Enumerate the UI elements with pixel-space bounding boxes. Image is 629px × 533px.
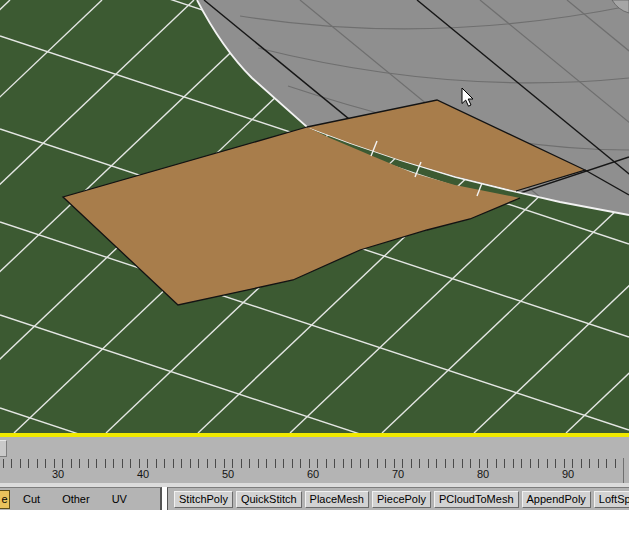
mode-item-other[interactable]: Other [62,493,90,505]
ruler-tick [581,459,582,468]
ruler-tick [130,459,131,468]
ruler-label: 50 [208,468,248,480]
ruler-tick [445,459,446,468]
ruler-tick [113,459,114,468]
bottom-toolbar: e CutOtherUV StitchPolyQuickStitchPlaceM… [0,487,629,510]
ruler-tick [105,459,106,468]
ruler-label: 90 [548,468,588,480]
ruler-tick [249,459,250,468]
ruler-tick [402,459,403,468]
ruler-tick [96,459,97,468]
mode-item-cut[interactable]: Cut [23,493,40,505]
ruler-tick [300,459,301,468]
ruler-tick [156,459,157,468]
ruler-tick [190,459,191,468]
tool-button-appendpoly[interactable]: AppendPoly [522,491,591,508]
ruler-tick [436,459,437,468]
ruler-tick [377,459,378,468]
ruler-tick [275,459,276,468]
ruler-label: 70 [378,468,418,480]
ruler-tick [20,459,21,468]
ruler-tick [45,459,46,468]
viewport-scene [0,0,629,433]
ruler-tick [368,459,369,468]
ruler-tick [181,459,182,468]
ruler-tick [487,459,488,468]
ruler-tick [224,459,225,468]
ruler-tick [394,459,395,468]
ruler-tick [606,459,607,468]
ruler-label: 60 [293,468,333,480]
ruler-tick [122,459,123,468]
mode-items: CutOtherUV [10,493,127,505]
ruler-tick [164,459,165,468]
mode-toolbar: e CutOtherUV [0,487,162,510]
ruler-tick [283,459,284,468]
ruler-tick [54,459,55,468]
partial-mode-button[interactable]: e [0,490,10,509]
ruler-tick [564,459,565,468]
tool-button-panel: StitchPolyQuickStitchPlaceMeshPiecePolyP… [167,487,629,510]
ruler-tick [215,459,216,468]
ruler-tick [555,459,556,468]
ruler-tick [88,459,89,468]
ruler-tick [360,459,361,468]
ruler-tick [479,459,480,468]
ruler-tick [11,459,12,468]
ruler-label: 30 [38,468,78,480]
3d-viewport[interactable] [0,0,629,433]
tool-button-loftsplines[interactable]: LoftSplines [594,491,629,508]
ruler-tick [241,459,242,468]
tool-button-placemesh[interactable]: PlaceMesh [305,491,369,508]
ruler-tick [147,459,148,468]
ruler-tick [598,459,599,468]
ruler-tick [62,459,63,468]
ruler-tick [343,459,344,468]
ruler-tick [411,459,412,468]
ruler-tick [530,459,531,468]
ruler-tick [71,459,72,468]
tool-button-stitchpoly[interactable]: StitchPoly [174,491,233,508]
ruler-tick [453,459,454,468]
ruler-tick [79,459,80,468]
ruler-tick [266,459,267,468]
ruler-tick [428,459,429,468]
ruler-timeline[interactable]: 30405060708090 [0,458,629,487]
ruler-tick [37,459,38,468]
ruler-tick [309,459,310,468]
ruler-label: 40 [123,468,163,480]
ruler-tick [326,459,327,468]
ruler-tick [538,459,539,468]
ruler-tick [139,459,140,468]
scroll-strip [0,437,629,458]
ruler-tick [504,459,505,468]
tool-button-pcloudtomesh[interactable]: PCloudToMesh [434,491,519,508]
tool-button-piecepoly[interactable]: PiecePoly [372,491,431,508]
ruler-tick [28,459,29,468]
ruler-tick [258,459,259,468]
ruler-tick [232,459,233,468]
tool-button-quickstitch[interactable]: QuickStitch [236,491,302,508]
ruler-tick [317,459,318,468]
ruler-tick [547,459,548,468]
ruler-tick [419,459,420,468]
ruler-tick [470,459,471,468]
ruler-tick [521,459,522,468]
mode-item-uv[interactable]: UV [112,493,127,505]
ruler-tick [572,459,573,468]
ruler-tick [334,459,335,468]
ruler-label: 80 [463,468,503,480]
ruler-tick [3,459,4,468]
ruler-tick [589,459,590,468]
ruler-tick [198,459,199,468]
ruler-tick [351,459,352,468]
application-window: 30405060708090 e CutOtherUV StitchPolyQu… [0,0,629,533]
ruler-tick [173,459,174,468]
ruler-end-divider [623,458,624,484]
ruler-tick [385,459,386,468]
scrollbar-end-cap[interactable] [0,440,7,457]
ruler-tick [292,459,293,468]
ruler-tick [513,459,514,468]
ruler-tick [207,459,208,468]
ruler-tick [462,459,463,468]
